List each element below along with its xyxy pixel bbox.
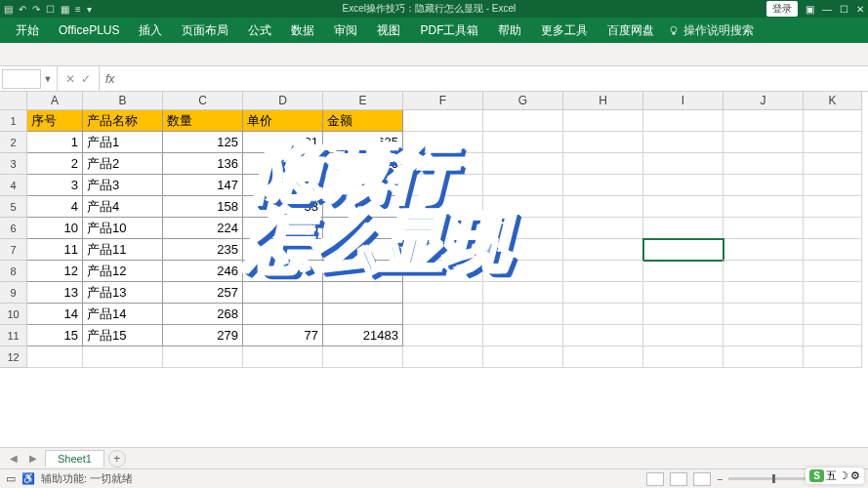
cell[interactable]: [483, 175, 563, 196]
qat-dropdown-icon[interactable]: ▾: [87, 4, 92, 15]
cell[interactable]: [723, 325, 804, 346]
touch-icon[interactable]: ☐: [46, 4, 55, 15]
sheet-nav-prev-icon[interactable]: ◀: [6, 453, 21, 464]
cell[interactable]: [723, 153, 804, 175]
ribbon-tab-insert[interactable]: 插入: [129, 19, 172, 43]
cell[interactable]: [643, 261, 723, 282]
row-header[interactable]: 1: [0, 110, 27, 132]
accessibility-icon[interactable]: ♿: [21, 472, 35, 485]
row-header[interactable]: 5: [0, 196, 27, 218]
cell[interactable]: [323, 261, 403, 282]
col-header[interactable]: B: [83, 92, 163, 110]
cell[interactable]: [323, 239, 403, 261]
cell[interactable]: [323, 346, 403, 368]
cell[interactable]: [403, 110, 483, 132]
undo-icon[interactable]: ↶: [19, 4, 26, 15]
cell[interactable]: 5: [243, 218, 323, 239]
normal-view-icon[interactable]: [646, 472, 664, 486]
cell[interactable]: 14: [27, 304, 83, 325]
cell[interactable]: [563, 132, 643, 153]
row-header[interactable]: 12: [0, 346, 27, 368]
cell[interactable]: [643, 304, 723, 325]
cell[interactable]: [643, 132, 723, 153]
header-cell[interactable]: 产品名称: [83, 110, 163, 132]
enter-icon[interactable]: ✓: [81, 72, 91, 86]
cell[interactable]: [804, 261, 862, 282]
cell[interactable]: [243, 239, 323, 261]
cell[interactable]: 产品11: [83, 239, 163, 261]
col-header[interactable]: J: [723, 92, 804, 110]
header-cell[interactable]: 数量: [163, 110, 243, 132]
cell[interactable]: [403, 196, 483, 218]
ribbon-tab-formulas[interactable]: 公式: [238, 19, 281, 43]
cell[interactable]: 产品1: [83, 132, 163, 153]
cell[interactable]: [804, 196, 862, 218]
cell[interactable]: [563, 218, 643, 239]
cell[interactable]: [403, 261, 483, 282]
col-header[interactable]: G: [483, 92, 563, 110]
cell[interactable]: [723, 175, 804, 196]
page-layout-view-icon[interactable]: [670, 472, 687, 486]
cell[interactable]: 产品15: [83, 325, 163, 346]
cell[interactable]: [403, 132, 483, 153]
cell[interactable]: 21483: [323, 325, 403, 346]
row-header[interactable]: 4: [0, 175, 27, 196]
cell[interactable]: 147: [163, 175, 243, 196]
cell[interactable]: [563, 153, 643, 175]
cell[interactable]: [804, 282, 862, 304]
cell[interactable]: [643, 196, 723, 218]
col-header[interactable]: F: [403, 92, 483, 110]
cell[interactable]: [243, 346, 323, 368]
cell[interactable]: [723, 218, 804, 239]
cell[interactable]: [804, 175, 862, 196]
cell[interactable]: 4: [27, 196, 83, 218]
cell[interactable]: [483, 304, 563, 325]
cell[interactable]: 产品4: [83, 196, 163, 218]
cell[interactable]: 235: [163, 239, 243, 261]
add-sheet-button[interactable]: +: [108, 450, 126, 468]
cancel-icon[interactable]: ✕: [65, 72, 75, 86]
select-all-corner[interactable]: [0, 92, 27, 110]
cell[interactable]: [643, 153, 723, 175]
cell[interactable]: [723, 304, 804, 325]
row-header[interactable]: 2: [0, 132, 27, 153]
col-header[interactable]: D: [243, 92, 323, 110]
maximize-icon[interactable]: ☐: [840, 4, 848, 15]
print-icon[interactable]: ▦: [61, 4, 69, 15]
minimize-icon[interactable]: —: [822, 4, 832, 15]
cell[interactable]: [403, 239, 483, 261]
cell[interactable]: 产品13: [83, 282, 163, 304]
cell[interactable]: [483, 153, 563, 175]
ribbon-tab-baidu[interactable]: 百度网盘: [598, 19, 664, 43]
cell[interactable]: 产品2: [83, 153, 163, 175]
save-icon[interactable]: ▤: [4, 4, 13, 15]
ribbon-tab-review[interactable]: 审阅: [324, 19, 367, 43]
cell[interactable]: 3: [27, 175, 83, 196]
cell[interactable]: 产品12: [83, 261, 163, 282]
sheet-tab[interactable]: Sheet1: [45, 450, 104, 467]
cell[interactable]: [563, 110, 643, 132]
cell[interactable]: [563, 325, 643, 346]
ribbon-tab-more[interactable]: 更多工具: [531, 19, 598, 43]
row-header[interactable]: 8: [0, 261, 27, 282]
cell[interactable]: [483, 239, 563, 261]
col-header[interactable]: A: [27, 92, 83, 110]
cell[interactable]: [483, 261, 563, 282]
cell[interactable]: 136: [163, 153, 243, 175]
ribbon-tab-home[interactable]: 开始: [6, 19, 49, 43]
cell[interactable]: [243, 261, 323, 282]
tell-me[interactable]: 操作说明搜索: [668, 22, 754, 39]
cell[interactable]: [27, 346, 83, 368]
row-header[interactable]: 10: [0, 304, 27, 325]
cell[interactable]: [83, 346, 163, 368]
cell[interactable]: [643, 282, 723, 304]
cell[interactable]: 3400: [323, 153, 403, 175]
cell[interactable]: [723, 239, 804, 261]
cell[interactable]: [563, 304, 643, 325]
row-header[interactable]: 3: [0, 153, 27, 175]
name-box[interactable]: [2, 69, 41, 89]
col-header[interactable]: E: [323, 92, 403, 110]
ribbon-tab-pdf[interactable]: PDF工具箱: [410, 19, 488, 43]
row-header[interactable]: 11: [0, 325, 27, 346]
cell[interactable]: [643, 175, 723, 196]
